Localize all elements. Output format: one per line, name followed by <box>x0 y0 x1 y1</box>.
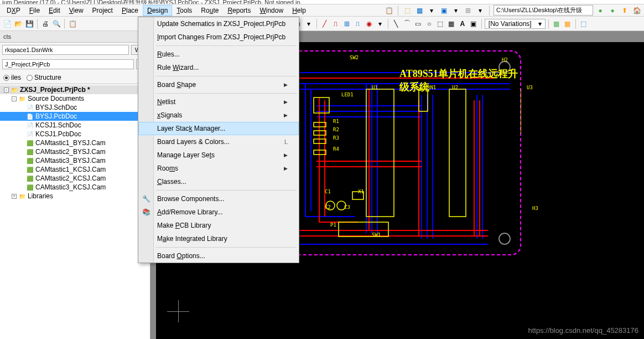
dropdown-icon[interactable]: ▾ <box>304 19 314 29</box>
menu-item[interactable]: Board Layers & Colors...L <box>138 135 299 148</box>
toolbar-icon[interactable]: ▭ <box>413 19 423 29</box>
tree-item[interactable]: 🟩CAMtastic2_KCSJ.Cam <box>0 174 150 183</box>
preview-icon[interactable]: 🔍 <box>51 19 61 29</box>
structure-radio[interactable]: Structure <box>27 74 61 81</box>
pcb-label: H3 <box>532 206 538 211</box>
toolbar-icon[interactable]: ▣ <box>439 6 449 16</box>
menu-item[interactable]: Board Shape▶ <box>138 78 299 91</box>
menu-item[interactable]: Netlist▶ <box>138 95 299 109</box>
pcb-label: R2 <box>333 127 339 132</box>
text-icon[interactable]: A <box>458 19 468 29</box>
menu-file[interactable]: File <box>25 5 44 16</box>
menu-help[interactable]: Help <box>288 5 310 16</box>
menu-item[interactable]: Browse Components...🔧 <box>138 192 299 206</box>
tree-item[interactable]: 📄BYSJ.PcbDoc <box>0 112 150 121</box>
menu-window[interactable]: Window <box>255 5 288 16</box>
toolbar-icon[interactable]: ▦ <box>563 19 573 29</box>
pcb-label: R3 <box>333 135 339 141</box>
files-radio[interactable]: iles <box>3 74 21 81</box>
tree-item[interactable]: +📁Libraries <box>0 192 150 201</box>
menu-tools[interactable]: Tools <box>172 5 196 16</box>
watermark-text: https://blog.csdn.net/qq_45283176 <box>528 326 639 335</box>
open-icon[interactable]: 📂 <box>13 19 23 29</box>
tree-item[interactable]: 🟩CAMtastic2_BYSJ.Cam <box>0 147 150 156</box>
menu-item[interactable]: Classes... <box>138 175 299 188</box>
toolbar-icon[interactable]: ⬚ <box>402 6 412 16</box>
tree-item[interactable]: 🟩CAMtastic1_BYSJ.Cam <box>0 138 150 147</box>
menu-dxp[interactable]: DXP <box>2 5 25 16</box>
nav-back-icon[interactable]: ● <box>595 6 605 16</box>
menu-item[interactable]: Update Schematics in ZXSJ_Project.PrjPcb <box>138 17 299 30</box>
menu-item[interactable]: Rules... <box>138 48 299 61</box>
path-input[interactable]: C:\Users\ZLL\Desktop\在线升级 <box>494 5 593 16</box>
tree-item[interactable]: 📄BYSJ.SchDoc <box>0 103 150 112</box>
toolbar: 📄 📂 💾 🖨 🔍 📋 Saved) ▾ ╱ ⎍ ⊞ ⎍ ◉ ▾ ╲ ⌒ ▭ ○… <box>0 17 644 31</box>
variations-dropdown[interactable]: [No Variations]▾ <box>485 19 546 29</box>
pcb-label: U2 <box>452 85 458 90</box>
menu-item[interactable]: Board Options... <box>138 249 299 263</box>
menu-edit[interactable]: Edit <box>44 5 65 16</box>
toolbar-icon[interactable]: ▾ <box>475 6 485 16</box>
pcb-label: H2 <box>502 57 508 63</box>
home-icon[interactable]: 🏠 <box>632 6 642 16</box>
toolbar-icon[interactable]: ▦ <box>446 19 456 29</box>
menu-item[interactable]: Make Integrated Library <box>138 232 299 245</box>
toolbar-icon[interactable]: ▣ <box>469 19 479 29</box>
toolbar-icon[interactable]: ⊞ <box>342 19 352 29</box>
pcb-label: C2 <box>325 204 331 210</box>
tree-item[interactable]: -📁ZXSJ_Project.PrjPcb * <box>0 85 150 94</box>
toolbar-icon[interactable]: ⎍ <box>331 19 341 29</box>
grid-icon[interactable]: ⊞ <box>463 6 473 16</box>
design-menu-dropdown: Update Schematics in ZXSJ_Project.PrjPcb… <box>138 17 299 263</box>
menu-item[interactable]: Rule Wizard... <box>138 61 299 74</box>
menu-item[interactable]: xSignals▶ <box>138 109 299 122</box>
window-titlebar: ium Designer (17.0) - C:\Users\ZLL\Deskt… <box>0 0 644 4</box>
menu-item[interactable]: Add/Remove Library...📚 <box>138 206 299 219</box>
toolbar-icon[interactable]: ▾ <box>427 6 437 16</box>
workspace-input[interactable]: rkspace1.DsnWrk <box>2 45 129 55</box>
menu-item[interactable]: Rooms▶ <box>138 162 299 175</box>
pcb-label: RN1 <box>427 85 436 90</box>
tree-item[interactable]: 🟩CAMtastic1_KCSJ.Cam <box>0 165 150 174</box>
print-icon[interactable]: 🖨 <box>40 19 50 29</box>
new-icon[interactable]: 📄 <box>2 19 12 29</box>
toolbar-icon[interactable]: ○ <box>424 19 434 29</box>
menu-design[interactable]: Design <box>143 5 172 16</box>
menu-item[interactable]: Layer Stack Manager... <box>138 122 299 135</box>
toolbar-icon[interactable]: ▾ <box>375 19 385 29</box>
toolbar-icon[interactable]: ⎍ <box>353 19 363 29</box>
menu-view[interactable]: View <box>65 5 88 16</box>
toolbar-icon[interactable]: ⬚ <box>579 19 589 29</box>
menu-place[interactable]: Place <box>117 5 143 16</box>
menu-reports[interactable]: Reports <box>223 5 255 16</box>
toolbar-icon[interactable]: 📋 <box>67 19 77 29</box>
tree-item[interactable]: 📄KCSJ1.PcbDoc <box>0 130 150 138</box>
menu-item[interactable]: Import Changes From ZXSJ_Project.PrjPcb <box>138 30 299 44</box>
nav-fwd-icon[interactable]: ● <box>607 6 617 16</box>
main-menubar: DXP File Edit View Project Place Design … <box>0 4 644 17</box>
pcb-label: SW1 <box>372 232 381 238</box>
pcb-label: U1 <box>372 85 378 90</box>
nav-up-icon[interactable]: ⬆ <box>620 6 630 16</box>
tree-item[interactable]: 🟩CAMtastic3_BYSJ.Cam <box>0 156 150 165</box>
menu-item[interactable]: Manage Layer Sets▶ <box>138 148 299 162</box>
toolbar-icon[interactable]: ▾ <box>451 6 461 16</box>
menu-item[interactable]: Make PCB Library <box>138 219 299 232</box>
tree-item[interactable]: -📁Source Documents <box>0 94 150 103</box>
toolbar-icon[interactable]: ╲ <box>391 19 401 29</box>
menu-project[interactable]: Project <box>88 5 117 16</box>
svg-rect-2 <box>449 89 466 217</box>
menu-route[interactable]: Route <box>196 5 223 16</box>
toolbar-icon[interactable]: ⌒ <box>402 19 412 29</box>
toolbar-icon[interactable]: ╱ <box>320 19 330 29</box>
project-input[interactable]: J_Project.PrjPcb <box>2 59 134 69</box>
toolbar-icon[interactable]: 📋 <box>384 6 394 16</box>
svg-rect-12 <box>339 222 388 237</box>
save-icon[interactable]: 💾 <box>24 19 34 29</box>
tree-item[interactable]: 📄KCSJ1.SchDoc <box>0 121 150 130</box>
toolbar-icon[interactable]: ◉ <box>364 19 374 29</box>
toolbar-icon[interactable]: ⬚ <box>435 19 445 29</box>
toolbar-icon[interactable]: ▦ <box>552 19 562 29</box>
tree-item[interactable]: 🟩CAMtastic3_KCSJ.Cam <box>0 183 150 192</box>
toolbar-icon[interactable]: ▦ <box>414 6 424 16</box>
